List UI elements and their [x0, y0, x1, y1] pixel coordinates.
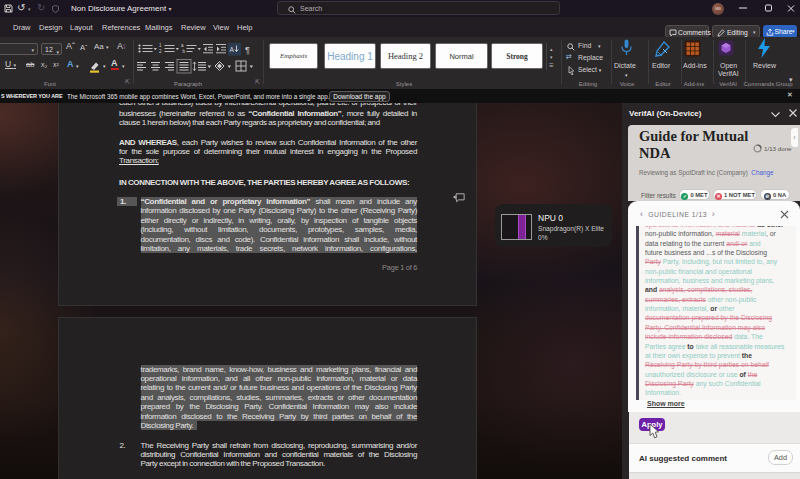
- svg-text:1: 1: [159, 43, 162, 48]
- svg-text:¶: ¶: [245, 45, 250, 55]
- svg-text:2: 2: [159, 49, 162, 54]
- svg-text:b: b: [183, 49, 186, 54]
- svg-text:A: A: [230, 45, 235, 52]
- svg-text:a: a: [181, 43, 184, 48]
